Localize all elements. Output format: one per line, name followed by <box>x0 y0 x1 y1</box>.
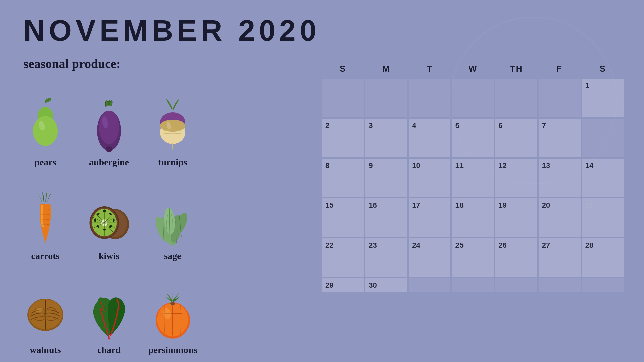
produce-grid: pears aubergine <box>17 77 201 355</box>
cal-cell-11: 11 <box>452 159 494 197</box>
cal-cell-24: 24 <box>409 238 450 277</box>
cal-cell-29: 29 <box>322 278 364 292</box>
header-tue: T <box>409 60 450 77</box>
cal-cell-empty <box>582 278 624 292</box>
cal-cell-23: 23 <box>365 238 407 277</box>
walnut-label: walnuts <box>30 345 61 355</box>
svg-point-44 <box>170 302 175 305</box>
produce-item-turnips: turnips <box>144 77 201 168</box>
cal-cell-empty <box>495 278 537 292</box>
cal-cell-empty <box>539 278 581 292</box>
section-label: seasonal produce: <box>23 56 121 71</box>
turnips-icon <box>151 97 195 154</box>
svg-point-3 <box>33 116 58 146</box>
carrot-icon <box>23 191 67 248</box>
header-wed: W <box>452 60 494 77</box>
produce-item-pears: pears <box>17 77 74 168</box>
cal-cell-16: 16 <box>365 198 407 237</box>
cal-cell-18: 18 <box>452 198 494 237</box>
cal-cell-4: 4 <box>409 119 450 157</box>
kiwi-label: kiwis <box>99 251 119 261</box>
produce-item-persimmons: persimmons <box>144 265 201 355</box>
aubergine-label: aubergine <box>89 157 129 168</box>
pear-icon <box>23 97 67 154</box>
header-fri: F <box>539 60 581 77</box>
cal-cell-empty <box>539 79 581 117</box>
cal-cell-3: 3 <box>365 119 407 157</box>
cal-cell-empty <box>452 278 494 292</box>
carrot-label: carrots <box>31 251 60 261</box>
svg-point-25 <box>103 210 106 212</box>
calendar-body: 1 2 3 4 5 6 7 8 9 10 11 12 13 14 15 16 1… <box>322 79 624 292</box>
sage-label: sage <box>164 251 181 261</box>
svg-point-31 <box>94 219 96 222</box>
cal-cell-14: 14 <box>582 159 624 197</box>
produce-item-sage: sage <box>144 171 201 261</box>
cal-cell-15: 15 <box>322 198 364 237</box>
header-thu: TH <box>495 60 537 77</box>
cal-cell-empty <box>322 79 364 117</box>
calendar: S M T W TH F S 1 2 3 4 5 6 7 8 9 10 11 1… <box>322 60 624 292</box>
cal-cell-10: 10 <box>409 159 450 197</box>
produce-item-aubergine: aubergine <box>80 77 138 168</box>
chard-icon <box>87 285 131 342</box>
cal-cell-22: 22 <box>322 238 364 277</box>
svg-point-8 <box>106 146 112 152</box>
cal-cell-28: 28 <box>582 238 624 277</box>
cal-cell-26: 26 <box>495 238 537 277</box>
walnut-icon <box>23 285 67 342</box>
svg-point-29 <box>103 229 106 231</box>
cal-cell-7: 7 <box>539 119 581 157</box>
page-title: NOVEMBER 2020 <box>23 13 320 48</box>
sage-icon <box>151 191 195 248</box>
calendar-header: S M T W TH F S <box>322 60 624 77</box>
pear-label: pears <box>34 157 56 168</box>
cal-cell-empty <box>365 79 407 117</box>
cal-cell-empty <box>409 278 450 292</box>
produce-item-carrots: carrots <box>17 171 74 261</box>
cal-cell-6: 6 <box>495 119 537 157</box>
cal-cell-5: 5 <box>452 119 494 157</box>
cal-cell-8: 8 <box>322 159 364 197</box>
header-sun: S <box>322 60 364 77</box>
cal-cell-25: 25 <box>452 238 494 277</box>
cal-cell-21: 21 <box>582 198 624 237</box>
cal-cell-13: 13 <box>539 159 581 197</box>
cal-cell-20: 20 <box>539 198 581 237</box>
cal-cell-19: 19 <box>495 198 537 237</box>
cal-cell-9: 9 <box>365 159 407 197</box>
produce-item-chard: chard <box>80 265 138 355</box>
cal-cell-empty <box>452 79 494 117</box>
cal-cell-30: 30 <box>365 278 407 292</box>
cal-cell-empty <box>582 119 624 157</box>
svg-point-27 <box>113 219 115 222</box>
cal-cell-empty <box>409 79 450 117</box>
svg-point-6 <box>99 111 119 144</box>
persimmon-icon <box>151 285 195 342</box>
cal-cell-27: 27 <box>539 238 581 277</box>
cal-cell-2: 2 <box>322 119 364 157</box>
turnips-label: turnips <box>158 157 187 168</box>
cal-cell-12: 12 <box>495 159 537 197</box>
cal-cell-1: 1 <box>582 79 624 117</box>
header-mon: M <box>365 60 407 77</box>
chard-label: chard <box>97 345 121 355</box>
header-sat: S <box>582 60 624 77</box>
kiwi-icon <box>87 191 131 248</box>
produce-item-walnuts: walnuts <box>17 265 74 355</box>
persimmon-label: persimmons <box>148 345 197 355</box>
cal-cell-empty <box>495 79 537 117</box>
cal-cell-17: 17 <box>409 198 450 237</box>
aubergine-icon <box>87 97 131 154</box>
produce-item-kiwis: kiwis <box>80 171 138 261</box>
